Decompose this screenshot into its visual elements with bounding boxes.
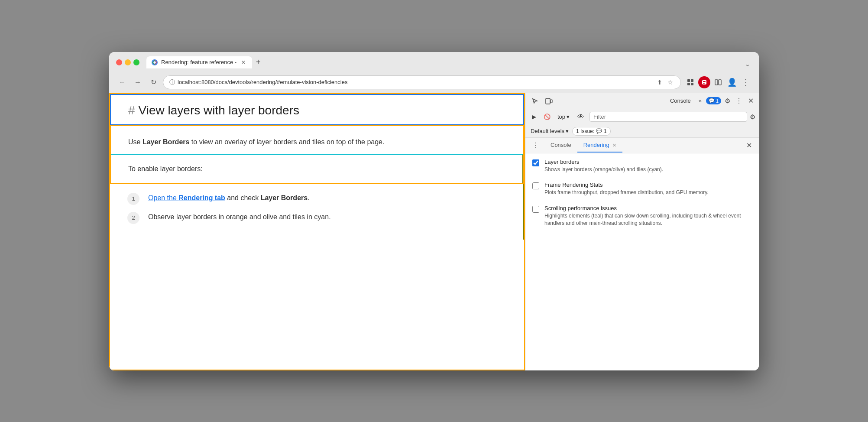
- svg-rect-9: [715, 80, 718, 85]
- tab-bar: Rendering: feature reference - ✕ + ⌄: [146, 56, 752, 68]
- issue-label: 1 Issue:: [576, 128, 594, 134]
- tab-title: Rendering: feature reference -: [161, 59, 236, 65]
- close-traffic-light[interactable]: [116, 59, 122, 65]
- badge-icon: 💬: [709, 98, 715, 104]
- devtools-close-button[interactable]: ✕: [746, 95, 755, 107]
- more-options-button[interactable]: ⋮: [734, 95, 745, 107]
- active-tab[interactable]: Rendering: feature reference - ✕: [146, 56, 252, 68]
- default-levels-button[interactable]: Default levels ▾: [531, 128, 569, 134]
- heading: # View layers with layer borders: [128, 104, 506, 117]
- menu-icon[interactable]: ⋮: [740, 76, 752, 88]
- forward-button[interactable]: →: [132, 76, 144, 88]
- layer-borders-item: Layer borders Shows layer borders (orang…: [532, 159, 752, 173]
- title-bar: Rendering: feature reference - ✕ + ⌄: [109, 52, 759, 72]
- main-area: # View layers with layer borders Use Lay…: [109, 93, 759, 370]
- frame-rendering-label: Frame Rendering Stats: [544, 182, 752, 188]
- drawer-close-button[interactable]: ✕: [745, 140, 754, 151]
- rendering-tab[interactable]: Rendering ✕: [577, 138, 623, 153]
- scrolling-performance-checkbox[interactable]: [532, 206, 539, 213]
- frame-rendering-desc: Plots frame throughput, dropped frames d…: [544, 189, 752, 196]
- minimize-traffic-light[interactable]: [125, 59, 131, 65]
- device-toolbar-button[interactable]: [543, 95, 555, 107]
- rendering-tab-link[interactable]: Open the Rendering tab: [148, 194, 225, 201]
- info-icon: ⓘ: [169, 78, 175, 86]
- frame-rendering-checkbox[interactable]: [532, 182, 539, 189]
- svg-rect-4: [687, 83, 690, 85]
- console-tab[interactable]: Console: [544, 138, 577, 153]
- dropdown-icon: ▾: [567, 114, 570, 120]
- filter-settings-button[interactable]: ⚙: [750, 113, 755, 121]
- levels-dropdown-icon: ▾: [566, 128, 569, 134]
- svg-rect-10: [719, 80, 721, 85]
- heading-hash: #: [128, 104, 135, 117]
- tab-menu-button[interactable]: ⋮: [531, 138, 541, 153]
- scrolling-performance-text: Scrolling performance issues Highlights …: [544, 205, 752, 227]
- back-button[interactable]: ←: [116, 76, 128, 88]
- more-tabs-button[interactable]: »: [696, 96, 704, 106]
- chrome-icon: [152, 59, 158, 65]
- issue-count: 1: [604, 128, 607, 134]
- devtools-icon[interactable]: [698, 76, 710, 88]
- svg-rect-12: [551, 100, 552, 103]
- svg-rect-11: [546, 98, 550, 104]
- url-text: localhost:8080/docs/devtools/rendering/#…: [178, 79, 653, 85]
- stop-recording-button[interactable]: 🚫: [542, 112, 552, 122]
- svg-rect-8: [703, 83, 705, 84]
- tab-close-button[interactable]: ✕: [240, 59, 247, 66]
- share-icon[interactable]: ⬆: [655, 78, 664, 87]
- traffic-lights: [116, 59, 139, 65]
- top-frame-selector[interactable]: top ▾: [555, 112, 572, 121]
- profile-icon[interactable]: 👤: [726, 76, 738, 88]
- page-content: # View layers with layer borders Use Lay…: [109, 93, 525, 370]
- maximize-traffic-light[interactable]: [133, 59, 139, 65]
- settings-button[interactable]: ⚙: [723, 95, 732, 107]
- svg-rect-6: [702, 80, 706, 84]
- new-tab-button[interactable]: +: [252, 56, 264, 68]
- address-field[interactable]: ⓘ localhost:8080/docs/devtools/rendering…: [163, 75, 681, 89]
- devtools-panel: Console » 💬 1 ⚙ ⋮ ✕ ▶ 🚫 top ▾ 👁: [525, 93, 759, 370]
- console-filter-input[interactable]: [589, 112, 747, 122]
- frame-rendering-item: Frame Rendering Stats Plots frame throug…: [532, 182, 752, 196]
- step-2: 2 Observe layer borders in orange and ol…: [127, 212, 506, 224]
- bookmark-icon[interactable]: ☆: [666, 78, 674, 87]
- devtools-tab-bar: ⋮ Console Rendering ✕ ✕: [525, 138, 759, 153]
- step-2-text: Observe layer borders in orange and oliv…: [148, 212, 331, 222]
- svg-rect-2: [687, 79, 690, 82]
- step-1-text: Open the Rendering tab and check Layer B…: [148, 193, 310, 203]
- badge-count: 1: [716, 98, 719, 104]
- console-badge: 💬 1: [706, 97, 721, 104]
- rendering-tab-close[interactable]: ✕: [612, 143, 616, 148]
- svg-rect-3: [691, 79, 693, 82]
- rendering-tab-label: Rendering: [583, 142, 609, 148]
- layer-borders-label: Layer borders: [544, 159, 752, 165]
- split-screen-icon[interactable]: [712, 76, 724, 88]
- devtools-top-bar: Console » 💬 1 ⚙ ⋮ ✕: [525, 93, 759, 109]
- heading-section: # View layers with layer borders: [110, 94, 524, 125]
- frame-rendering-text: Frame Rendering Stats Plots frame throug…: [544, 182, 752, 196]
- console-tab-label: Console: [551, 142, 571, 148]
- start-recording-button[interactable]: ▶: [529, 112, 539, 122]
- console-tab-label[interactable]: Console: [667, 96, 694, 106]
- content-block: Use Layer Borders to view an overlay of …: [110, 125, 524, 184]
- issues-badge[interactable]: 1 Issue: 💬 1: [572, 127, 611, 136]
- svg-point-1: [153, 61, 155, 63]
- layer-borders-text: Layer borders Shows layer borders (orang…: [544, 159, 752, 173]
- rendering-content: Layer borders Shows layer borders (orang…: [525, 153, 759, 370]
- levels-label: Default levels: [531, 128, 564, 134]
- inspect-element-button[interactable]: [529, 95, 541, 107]
- layer-borders-checkbox[interactable]: [532, 159, 539, 166]
- eye-button[interactable]: 👁: [575, 111, 587, 123]
- extensions-icon[interactable]: [684, 76, 696, 88]
- devtools-second-bar: ▶ 🚫 top ▾ 👁 ⚙: [525, 109, 759, 125]
- browser-window: Rendering: feature reference - ✕ + ⌄ ← →…: [109, 52, 759, 370]
- scrolling-performance-desc: Highlights elements (teal) that can slow…: [544, 212, 752, 227]
- address-bar: ← → ↻ ⓘ localhost:8080/docs/devtools/ren…: [109, 72, 759, 93]
- sub-paragraph: To enable layer borders:: [128, 163, 505, 175]
- cyan-divider: Use Layer Borders to view an overlay of …: [111, 126, 523, 155]
- paragraph-block: Use Layer Borders to view an overlay of …: [111, 126, 523, 155]
- step-1: 1 Open the Rendering tab and check Layer…: [127, 193, 506, 205]
- reload-button[interactable]: ↻: [147, 76, 159, 88]
- sub-paragraph-block: To enable layer borders:: [111, 155, 523, 183]
- window-minimize-button[interactable]: ⌄: [743, 60, 752, 68]
- steps-section: 1 Open the Rendering tab and check Layer…: [110, 184, 524, 240]
